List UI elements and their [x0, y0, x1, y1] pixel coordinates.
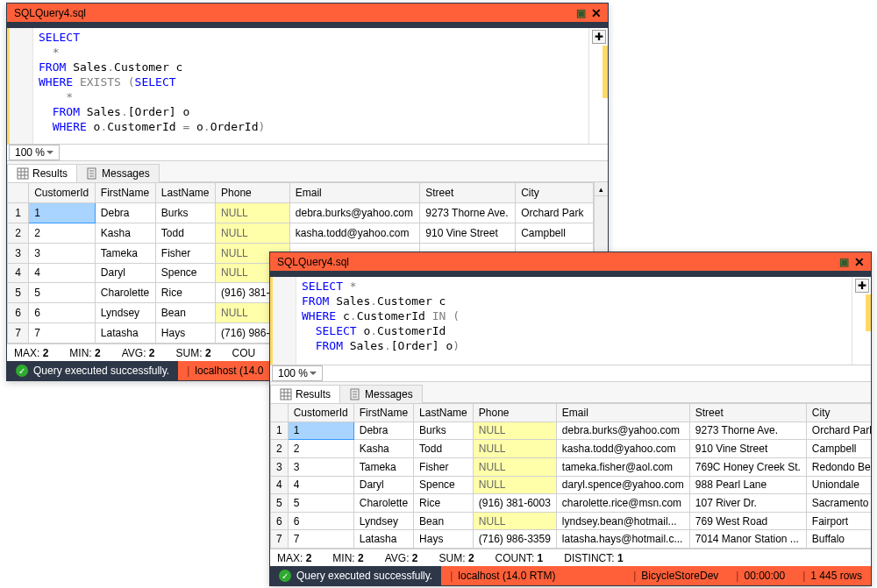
sql-editor[interactable]: SELECT * FROM Sales.Customer c WHERE c.C… — [270, 277, 871, 365]
tab-results[interactable]: Results — [7, 164, 77, 182]
column-header[interactable]: CustomerId — [29, 183, 96, 203]
table-row[interactable]: 22KashaToddNULLkasha.todd@yahoo.com910 V… — [8, 223, 594, 243]
row-number[interactable]: 5 — [8, 283, 29, 303]
cell[interactable]: Burks — [155, 202, 215, 223]
cell[interactable]: Rice — [414, 494, 474, 513]
row-number[interactable]: 1 — [271, 422, 289, 440]
cell[interactable]: 769C Honey Creek St. — [689, 457, 806, 476]
column-header[interactable]: LastName — [155, 183, 215, 203]
row-number[interactable]: 4 — [271, 476, 289, 494]
cell[interactable]: Tameka — [353, 457, 413, 476]
column-header[interactable]: FirstName — [353, 404, 413, 422]
cell[interactable]: 6 — [288, 512, 353, 530]
cell[interactable]: 4 — [288, 476, 353, 494]
cell[interactable]: Kasha — [353, 440, 413, 458]
cell[interactable]: debra.burks@yahoo.com — [289, 202, 420, 223]
table-row[interactable]: 22KashaToddNULLkasha.todd@yahoo.com910 V… — [271, 440, 872, 458]
cell[interactable]: Charolette — [353, 494, 413, 513]
cell[interactable]: Latasha — [353, 530, 413, 549]
cell[interactable]: Fisher — [155, 243, 215, 263]
cell[interactable]: Fairport — [806, 512, 871, 530]
cell[interactable]: 910 Vine Street — [420, 223, 516, 243]
cell[interactable]: 910 Vine Street — [689, 440, 806, 458]
cell[interactable]: latasha.hays@hotmail.c... — [556, 530, 689, 549]
row-number[interactable]: 6 — [8, 303, 29, 323]
row-number[interactable]: 7 — [8, 323, 29, 344]
cell[interactable]: Hays — [414, 530, 474, 549]
cell[interactable]: Hays — [155, 323, 215, 344]
table-row[interactable]: 33TamekaFisherNULLtameka.fisher@aol.com7… — [271, 457, 872, 476]
tab-results[interactable]: Results — [270, 385, 340, 403]
row-number[interactable]: 1 — [8, 202, 29, 223]
cell[interactable]: debra.burks@yahoo.com — [556, 422, 689, 440]
cell[interactable]: Burks — [414, 422, 474, 440]
cell[interactable]: 3 — [288, 457, 353, 476]
row-header-corner[interactable] — [8, 183, 29, 203]
cell[interactable]: (716) 986-3359 — [473, 530, 556, 549]
cell[interactable]: 1 — [29, 202, 96, 223]
editor-overview-ruler[interactable]: ✚ — [852, 277, 871, 365]
titlebar[interactable]: SQLQuery4.sql ▣ ✕ — [7, 4, 608, 23]
cell[interactable]: 7014 Manor Station ... — [689, 530, 806, 549]
cell[interactable]: (916) 381-6003 — [473, 494, 556, 513]
row-header-corner[interactable] — [271, 404, 289, 422]
cell[interactable]: 2 — [29, 223, 96, 243]
column-header[interactable]: City — [516, 183, 594, 203]
cell[interactable]: Orchard Park — [806, 422, 871, 440]
cell[interactable]: Kasha — [95, 223, 155, 243]
zoom-dropdown[interactable]: 100 % — [9, 145, 60, 160]
column-header[interactable]: Email — [556, 404, 689, 422]
table-row[interactable]: 11DebraBurksNULLdebra.burks@yahoo.com927… — [271, 422, 872, 440]
cell[interactable]: kasha.todd@yahoo.com — [289, 223, 420, 243]
column-header[interactable]: Phone — [473, 404, 556, 422]
table-row[interactable]: 55CharoletteRice(916) 381-6003charolette… — [271, 494, 872, 513]
split-editor-icon[interactable]: ✚ — [592, 30, 606, 44]
table-row[interactable]: 44DarylSpenceNULLdaryl.spence@yahoo.com9… — [271, 476, 872, 494]
cell[interactable]: Lyndsey — [353, 512, 413, 530]
cell[interactable]: 1 — [288, 422, 353, 440]
cell[interactable]: charolette.rice@msn.com — [556, 494, 689, 513]
column-header[interactable]: City — [806, 404, 871, 422]
cell[interactable]: Rice — [155, 283, 215, 303]
pin-icon[interactable]: ▣ — [836, 256, 852, 268]
sql-code[interactable]: SELECT * FROM Sales.Customer c WHERE EXI… — [33, 28, 588, 144]
tab-messages[interactable]: Messages — [339, 385, 423, 403]
cell[interactable]: Fisher — [414, 457, 474, 476]
cell[interactable]: NULL — [473, 457, 556, 476]
tab-messages[interactable]: Messages — [76, 164, 160, 182]
cell[interactable]: 5 — [29, 283, 96, 303]
row-number[interactable]: 2 — [8, 223, 29, 243]
cell[interactable]: NULL — [216, 202, 290, 223]
split-editor-icon[interactable]: ✚ — [855, 279, 869, 293]
cell[interactable]: NULL — [473, 476, 556, 494]
cell[interactable]: Campbell — [806, 440, 871, 458]
cell[interactable]: Orchard Park — [516, 202, 594, 223]
cell[interactable]: Daryl — [353, 476, 413, 494]
cell[interactable]: 769 West Road — [689, 512, 806, 530]
cell[interactable]: 9273 Thorne Ave. — [420, 202, 516, 223]
cell[interactable]: Daryl — [95, 263, 155, 283]
cell[interactable]: kasha.todd@yahoo.com — [556, 440, 689, 458]
cell[interactable]: Uniondale — [806, 476, 871, 494]
zoom-dropdown[interactable]: 100 % — [272, 365, 323, 381]
cell[interactable]: Campbell — [516, 223, 594, 243]
table-row[interactable]: 11DebraBurksNULLdebra.burks@yahoo.com927… — [8, 202, 594, 223]
sql-code[interactable]: SELECT * FROM Sales.Customer c WHERE c.C… — [296, 277, 852, 365]
cell[interactable]: 4 — [29, 263, 96, 283]
row-number[interactable]: 3 — [8, 243, 29, 263]
row-number[interactable]: 5 — [271, 494, 289, 513]
results-grid[interactable]: CustomerIdFirstNameLastNamePhoneEmailStr… — [270, 403, 871, 549]
scroll-up-icon[interactable]: ▴ — [595, 182, 608, 196]
cell[interactable]: NULL — [473, 440, 556, 458]
cell[interactable]: 9273 Thorne Ave. — [689, 422, 806, 440]
column-header[interactable]: Email — [289, 183, 420, 203]
editor-overview-ruler[interactable]: ✚ — [588, 28, 608, 144]
cell[interactable]: 2 — [288, 440, 353, 458]
cell[interactable]: Debra — [95, 202, 155, 223]
cell[interactable]: NULL — [216, 223, 290, 243]
cell[interactable]: Spence — [155, 263, 215, 283]
row-number[interactable]: 3 — [271, 457, 289, 476]
cell[interactable]: Lyndsey — [95, 303, 155, 323]
table-row[interactable]: 66LyndseyBeanNULLlyndsey.bean@hotmail...… — [271, 512, 872, 530]
close-icon[interactable]: ✕ — [852, 255, 867, 269]
